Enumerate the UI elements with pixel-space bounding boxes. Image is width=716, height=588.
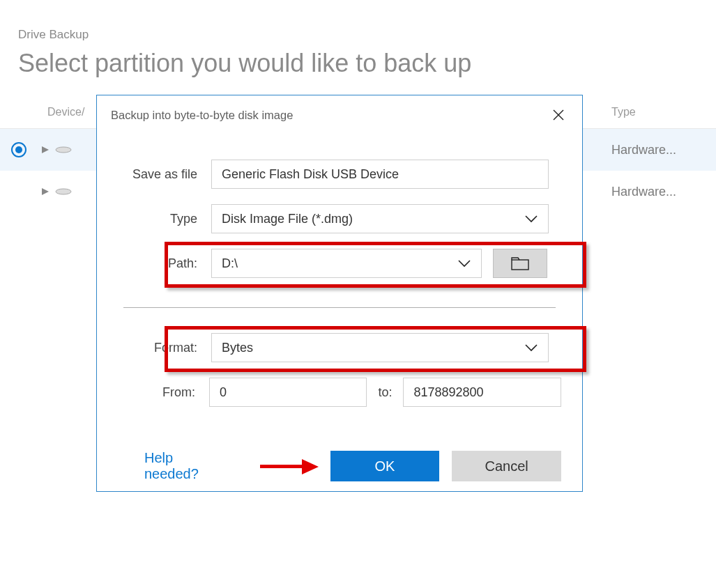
close-icon	[553, 109, 564, 121]
path-label: Path:	[118, 256, 211, 271]
close-button[interactable]	[549, 105, 568, 125]
row-type: Hardware...	[611, 143, 716, 157]
annotation-arrow-icon	[260, 459, 318, 473]
chevron-down-icon	[457, 259, 471, 268]
row-type: Hardware...	[611, 185, 716, 199]
ok-button[interactable]: OK	[330, 451, 440, 481]
type-label: Type	[118, 212, 211, 226]
type-select[interactable]: Disk Image File (*.dmg)	[211, 204, 549, 233]
radio-icon[interactable]	[11, 184, 26, 199]
dialog-title: Backup into byte-to-byte disk image	[111, 109, 293, 122]
from-label: From:	[118, 385, 209, 400]
svg-point-1	[56, 147, 71, 153]
expand-triangle-icon[interactable]	[40, 187, 50, 196]
chevron-down-icon	[524, 343, 538, 352]
expand-triangle-icon[interactable]	[40, 145, 50, 155]
svg-point-3	[56, 189, 71, 194]
to-label: to:	[367, 385, 403, 400]
backup-dialog: Backup into byte-to-byte disk image Save…	[96, 95, 583, 492]
disk-icon	[54, 187, 73, 196]
svg-rect-6	[512, 260, 528, 270]
svg-marker-2	[42, 188, 49, 195]
path-value: D:\	[222, 256, 238, 271]
page-title: Select partition you would like to back …	[18, 49, 716, 78]
divider	[123, 307, 556, 308]
chevron-down-icon	[524, 215, 538, 223]
breadcrumb: Drive Backup	[18, 28, 716, 42]
radio-selected-icon[interactable]	[11, 142, 26, 157]
folder-icon	[511, 256, 529, 270]
format-value: Bytes	[222, 341, 253, 355]
format-select[interactable]: Bytes	[211, 333, 549, 362]
cancel-button[interactable]: Cancel	[452, 451, 561, 481]
save-as-file-input[interactable]: Generic Flash Disk USB Device	[211, 160, 549, 189]
col-type: Type	[611, 106, 716, 118]
svg-marker-0	[42, 146, 49, 153]
format-label: Format:	[118, 341, 211, 355]
to-input[interactable]: 8178892800	[403, 378, 561, 407]
path-select[interactable]: D:\	[211, 249, 482, 278]
type-value: Disk Image File (*.dmg)	[222, 212, 353, 226]
from-input[interactable]: 0	[209, 378, 367, 407]
disk-icon	[54, 146, 73, 154]
save-label: Save as file	[118, 167, 211, 182]
help-link[interactable]: Help needed?	[144, 450, 227, 482]
browse-button[interactable]	[493, 249, 547, 278]
